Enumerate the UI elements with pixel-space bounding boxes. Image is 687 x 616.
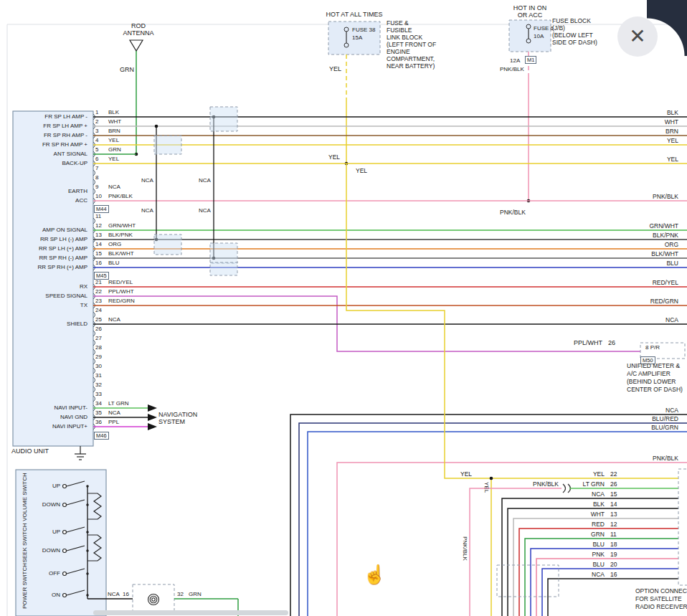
arrow-icon: [148, 404, 157, 412]
close-icon: ✕: [629, 25, 645, 47]
close-button[interactable]: ✕: [617, 16, 658, 57]
inline-connector-icon: [563, 484, 566, 493]
backup-lamp-wire: [346, 164, 678, 478]
spiral-cable-icon: [152, 598, 155, 601]
satellite-wire: [502, 498, 678, 616]
junction-dot: [490, 477, 493, 480]
switch-panel-box: [16, 470, 106, 616]
antenna-icon: [130, 40, 143, 51]
feeder-wire: [290, 414, 687, 616]
inline-connector-box: [210, 107, 237, 131]
arrow-icon: [148, 414, 157, 421]
wiring-diagram-page: ROD ANTENNA GRN HOT AT ALL TIMES FUSE 38…: [0, 0, 687, 616]
switch-bus-node: [86, 549, 89, 552]
switch-bus-node: [86, 572, 89, 575]
switch-contact-icon: [63, 572, 67, 576]
arrow-icon: [148, 423, 157, 430]
satellite-harness-connector-box: [497, 565, 559, 597]
feeder-wire: [337, 463, 687, 616]
switch-contact-icon: [63, 549, 67, 553]
switch-bus-node: [86, 503, 89, 506]
satellite-wire: [513, 518, 678, 616]
option-connector-box: [678, 469, 687, 585]
fuse-block-box: [328, 22, 380, 55]
switch-contact-icon: [63, 531, 67, 534]
switch-bus-node: [86, 531, 89, 534]
switch-contact-icon: [63, 503, 67, 507]
switch-bus-node: [86, 485, 89, 488]
satellite-wire: [536, 559, 678, 616]
switch-contact-icon: [63, 485, 67, 488]
horizontal-scrollbar-thumb[interactable]: [93, 610, 288, 615]
inline-connector-box: [210, 243, 237, 263]
inline-connector-box: [154, 136, 181, 154]
wire-layer: [0, 0, 687, 616]
satellite-wire: [508, 508, 678, 616]
inline-connector-box: [154, 234, 181, 255]
cursor-pointer: ☝: [363, 565, 386, 584]
junction-dot: [155, 125, 158, 128]
meter-connector-box: [640, 343, 685, 359]
audio-unit-box: [13, 111, 93, 446]
inline-connector-box: [210, 262, 237, 275]
satellite-wire: [542, 569, 678, 616]
satellite-wire: [519, 529, 678, 616]
switch-bus-node: [86, 594, 89, 597]
switch-contact-icon: [63, 594, 67, 597]
satellite-wire: [548, 579, 678, 616]
feeder-wire: [299, 423, 687, 616]
spiral-cable-icon: [150, 596, 157, 603]
